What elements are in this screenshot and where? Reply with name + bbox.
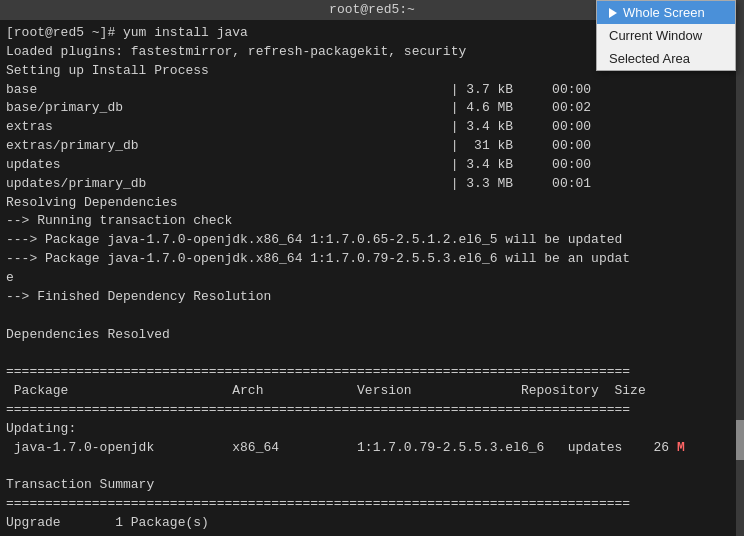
line-blank2 [6,344,738,363]
line-txsum: Transaction Summary [6,476,738,495]
line-depres: Dependencies Resolved [6,326,738,345]
menu-item-whole-screen[interactable]: Whole Screen [597,1,735,24]
line-pkg2b: e [6,269,738,288]
line-base: base | 3.7 kB 00:00 [6,81,738,100]
menu-item-selected-area[interactable]: Selected Area [597,47,735,70]
line-pkg2: ---> Package java-1.7.0-openjdk.x86_64 1… [6,250,738,269]
line-blank3 [6,457,738,476]
scrollbar-thumb[interactable] [736,420,744,460]
line-updates-primary: updates/primary_db | 3.3 MB 00:01 [6,175,738,194]
line-rtc: --> Running transaction check [6,212,738,231]
line-fdr: --> Finished Dependency Resolution [6,288,738,307]
terminal-content: [root@red5 ~]# yum install java Loaded p… [0,20,744,536]
menu-item-current-window[interactable]: Current Window [597,24,735,47]
line-header: Package Arch Version Repository Size [6,382,738,401]
line-sep1: ========================================… [6,363,738,382]
terminal-window: root@red5:~ [root@red5 ~]# yum install j… [0,0,744,536]
whole-screen-label: Whole Screen [623,5,705,20]
title-text: root@red5:~ [329,2,415,17]
line-updates: updates | 3.4 kB 00:00 [6,156,738,175]
selected-area-label: Selected Area [609,51,690,66]
line-updating: Updating: [6,420,738,439]
current-window-label: Current Window [609,28,702,43]
line-extras: extras | 3.4 kB 00:00 [6,118,738,137]
line-upgrade: Upgrade 1 Package(s) [6,514,738,533]
line-sep2: ========================================… [6,401,738,420]
play-icon [609,8,617,18]
line-resolving: Resolving Dependencies [6,194,738,213]
line-pkg-row: java-1.7.0-openjdk x86_64 1:1.7.0.79-2.5… [6,439,738,458]
line-base-primary: base/primary_db | 4.6 MB 00:02 [6,99,738,118]
scrollbar[interactable] [736,20,744,536]
line-sep3: ========================================… [6,495,738,514]
line-blank1 [6,307,738,326]
capture-dropdown[interactable]: Whole Screen Current Window Selected Are… [596,0,736,71]
line-pkg1: ---> Package java-1.7.0-openjdk.x86_64 1… [6,231,738,250]
line-extras-primary: extras/primary_db | 31 kB 00:00 [6,137,738,156]
